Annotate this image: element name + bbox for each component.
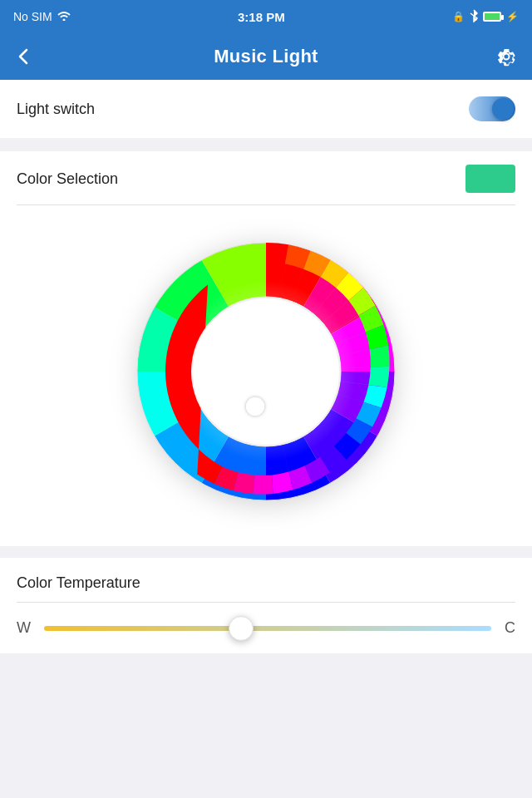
carrier-label: No SIM [13,10,52,23]
separator-1 [0,138,532,151]
color-selector[interactable] [246,397,264,416]
temperature-slider-thumb[interactable] [229,616,254,641]
status-time: 3:18 PM [238,10,285,24]
temperature-slider[interactable] [44,626,491,631]
color-wheel-overlay [125,230,407,513]
app-header: Music Light [0,33,532,80]
color-temperature-section: Color Temperature W C [0,558,532,653]
color-wheel-container[interactable] [0,205,532,546]
toggle-track [469,96,515,121]
page-title: Music Light [214,46,318,67]
color-wheel-wrapper[interactable] [125,230,407,513]
color-temperature-label: Color Temperature [17,574,515,603]
light-switch-label: Light switch [17,101,95,118]
svg-point-0 [62,19,65,22]
toggle-thumb [492,98,514,120]
light-switch-row: Light switch [17,80,515,138]
settings-button[interactable] [487,46,517,67]
color-selection-section: Color Selection [0,151,532,205]
wifi-icon [57,10,71,23]
light-switch-toggle[interactable] [469,96,515,121]
battery-icon [483,12,501,22]
light-switch-section: Light switch [0,80,532,138]
bluetooth-icon [470,9,478,25]
svg-point-9 [193,298,339,445]
temperature-slider-row: W C [17,603,515,653]
temp-cool-label: C [505,619,515,637]
lock-icon: 🔒 [452,11,465,22]
status-right: 🔒 ⚡ [452,9,519,25]
lightning-icon: ⚡ [506,11,519,22]
color-selection-header: Color Selection [17,165,515,205]
status-bar: No SIM 3:18 PM 🔒 ⚡ [0,0,532,33]
status-left: No SIM [13,10,71,23]
color-selection-label: Color Selection [17,170,118,188]
color-swatch[interactable] [466,165,515,193]
back-button[interactable] [15,47,45,66]
temp-warm-label: W [17,619,31,637]
